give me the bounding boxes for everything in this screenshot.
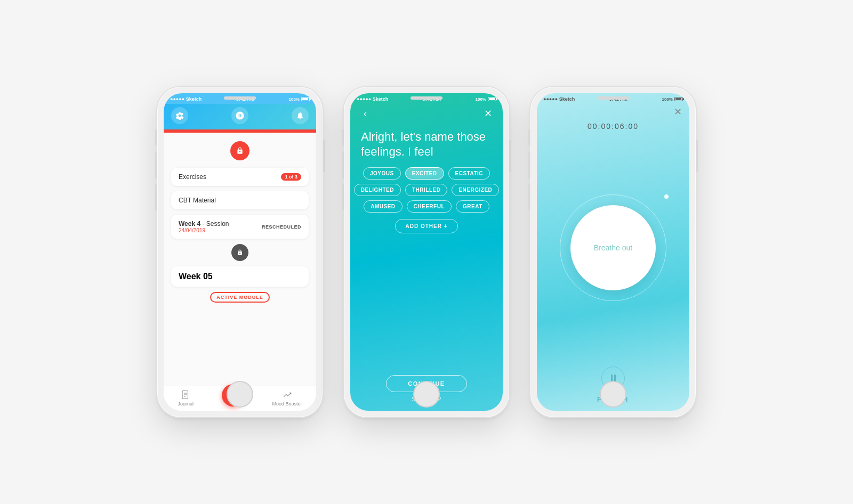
feeling-excited[interactable]: EXCITED bbox=[405, 167, 444, 180]
bottom-actions-2: CONTINUE SKIP STEP bbox=[350, 369, 503, 411]
nav-mood-booster[interactable]: Mood Booster bbox=[272, 389, 302, 407]
breathe-area: Breathe out bbox=[537, 135, 689, 360]
settings-button[interactable] bbox=[171, 107, 188, 124]
battery-1: 100% bbox=[289, 97, 300, 102]
bell-icon bbox=[296, 111, 304, 120]
close-button-2[interactable]: ✕ bbox=[480, 106, 495, 121]
back-button[interactable]: ‹ bbox=[358, 106, 373, 121]
continue-button[interactable]: CONTINUE bbox=[386, 375, 466, 392]
battery-2 bbox=[488, 97, 496, 101]
feelings-row-1: JOYOUS EXCITED ECSTATIC bbox=[358, 167, 495, 180]
week05-label: Week 05 bbox=[179, 272, 213, 281]
battery-indicator-1 bbox=[301, 97, 310, 101]
battery-3 bbox=[674, 97, 683, 101]
status-icons-1: 100% bbox=[289, 97, 310, 102]
phone-breathe: ●●●●● Sketch 9:41 AM 100% ✕ 00:00:06:00 bbox=[530, 87, 696, 417]
close-button-3[interactable]: ✕ bbox=[674, 106, 682, 118]
time-1: 9:41 AM bbox=[236, 96, 254, 102]
week4-info: Week 4 - Session 24/04/2019 bbox=[179, 220, 229, 233]
status-bar-2: ●●●●● Sketch 9:41 AM 100% bbox=[350, 93, 503, 104]
notification-button[interactable] bbox=[292, 107, 309, 124]
cbt-card[interactable]: CBT Material bbox=[171, 191, 309, 209]
app-header-1 bbox=[164, 104, 316, 129]
feeling-great[interactable]: GREAT bbox=[456, 200, 489, 213]
carrier-1: ●●●●● Sketch bbox=[170, 96, 202, 102]
journal-icon bbox=[180, 389, 191, 400]
logo-icon bbox=[231, 107, 248, 124]
feeling-ecstatic[interactable]: ECSTATIC bbox=[448, 167, 490, 180]
time-3: 9:41 AM bbox=[609, 96, 627, 102]
feeling-energized[interactable]: ENERGIZED bbox=[452, 184, 499, 196]
finish-button[interactable]: FINISH bbox=[597, 395, 630, 403]
pause-button[interactable] bbox=[601, 367, 625, 390]
rescheduled-badge: RESCHEDULED bbox=[262, 224, 301, 230]
nav-journal[interactable]: Journal bbox=[178, 389, 194, 407]
phones-container: ●●●●● Sketch 9:41 AM 100% bbox=[136, 66, 717, 438]
status-bar-3: ●●●●● Sketch 9:41 AM 100% bbox=[537, 93, 689, 104]
fab-add-button[interactable] bbox=[222, 384, 244, 407]
top-bar-2: ‹ ✕ bbox=[350, 104, 503, 125]
phone-feelings: ●●●●● Sketch 9:41 AM 100% ‹ ✕ Alright, l… bbox=[344, 87, 509, 417]
feelings-headline: Alright, let's name those feelings. I fe… bbox=[350, 125, 503, 167]
lock-icon-top bbox=[230, 141, 250, 160]
status-bar-1: ●●●●● Sketch 9:41 AM 100% bbox=[164, 93, 316, 104]
carrier-2: ●●●●● Sketch bbox=[357, 96, 388, 102]
carrier-3: ●●●●● Sketch bbox=[543, 96, 575, 102]
feelings-row-2: DELIGHTED THRILLED ENERGIZED bbox=[358, 184, 495, 196]
mood-booster-label: Mood Booster bbox=[272, 401, 302, 407]
week4-date: 24/04/2019 bbox=[179, 227, 229, 233]
week4-label: Week 4 - Session bbox=[179, 220, 229, 227]
feeling-delighted[interactable]: DELIGHTED bbox=[354, 184, 401, 196]
feelings-title: Alright, let's name those feelings. I fe… bbox=[361, 129, 492, 159]
feeling-thrilled[interactable]: THRILLED bbox=[405, 184, 447, 196]
active-module-badge: ACTIVE MODULE bbox=[210, 292, 270, 303]
sessions-content[interactable]: Exercises 1 of 3 CBT Material Week 4 - S… bbox=[164, 133, 316, 386]
feeling-amused[interactable]: AMUSED bbox=[364, 200, 402, 213]
week4-card[interactable]: Week 4 - Session 24/04/2019 RESCHEDULED bbox=[171, 215, 309, 239]
lock-icon-gray bbox=[231, 244, 248, 261]
feeling-joyous[interactable]: JOYOUS bbox=[363, 167, 401, 180]
cbt-label: CBT Material bbox=[179, 197, 216, 204]
add-other-row: ADD OTHER + bbox=[358, 217, 495, 233]
gear-icon bbox=[175, 111, 184, 120]
plus-icon bbox=[228, 390, 238, 401]
bottom-nav: Journal Mood Booster bbox=[164, 386, 316, 411]
breathe-dot bbox=[664, 194, 669, 199]
feelings-content: JOYOUS EXCITED ECSTATIC DELIGHTED THRILL… bbox=[350, 167, 503, 369]
week05-card[interactable]: Week 05 bbox=[171, 266, 309, 287]
phone-sessions: ●●●●● Sketch 9:41 AM 100% bbox=[157, 87, 323, 417]
mood-booster-icon bbox=[282, 389, 293, 400]
exercises-label: Exercises bbox=[179, 173, 206, 181]
pause-icon bbox=[611, 375, 616, 382]
breathe-text: Breathe out bbox=[594, 243, 632, 252]
time-2: 9:41 AM bbox=[423, 96, 441, 102]
exercises-badge: 1 of 3 bbox=[281, 173, 301, 181]
breathe-circle: Breathe out bbox=[570, 205, 656, 290]
timer-display: 00:00:06:00 bbox=[537, 120, 689, 135]
top-bar-3: ✕ bbox=[537, 104, 689, 120]
add-other-button[interactable]: ADD OTHER + bbox=[395, 219, 457, 233]
bottom-controls-3: FINISH bbox=[537, 360, 689, 411]
feeling-cheerful[interactable]: CHEERFUL bbox=[407, 200, 452, 213]
exercises-card[interactable]: Exercises 1 of 3 bbox=[171, 168, 309, 186]
skip-step-button[interactable]: SKIP STEP bbox=[412, 396, 441, 402]
journal-label: Journal bbox=[178, 401, 194, 407]
feelings-row-3: AMUSED CHEERFUL GREAT bbox=[358, 200, 495, 213]
